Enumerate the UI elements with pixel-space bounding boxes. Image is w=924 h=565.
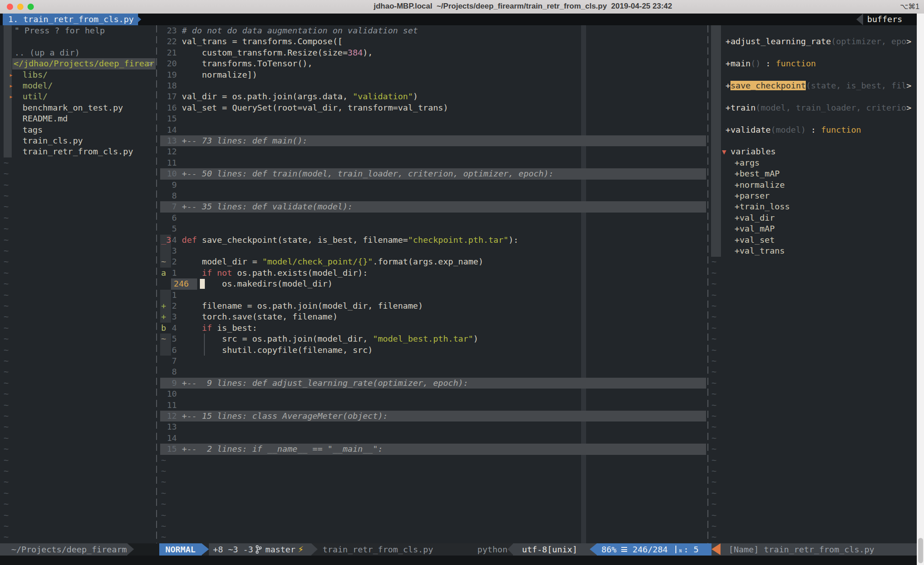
empty-line-tilde: ~ (711, 455, 716, 466)
tagbar-tag-item[interactable]: +best_mAP (709, 168, 917, 179)
nerdtree-file-item[interactable]: benchmark_on_test.py (0, 102, 156, 113)
text-segment (182, 323, 202, 333)
code-line[interactable]: _34def save_checkpoint(state, is_best, f… (160, 235, 707, 245)
code-line[interactable]: 7 (160, 356, 707, 366)
code-line[interactable]: ~5 src = os.path.join(model_dir, "model_… (160, 333, 707, 344)
empty-line-tilde: ~ (711, 378, 716, 389)
nerdtree-file-item[interactable]: README.md (0, 113, 156, 124)
fold-line[interactable]: 9+-- 9 lines: def adjust_learning_rate(o… (160, 378, 707, 389)
line-number: 15 (160, 113, 177, 124)
code-line[interactable]: 8 (160, 366, 707, 377)
scrollbar-thumb[interactable] (918, 538, 923, 563)
code-line[interactable]: 8 (160, 190, 707, 201)
code-line[interactable]: +2 filename = os.path.join(model_dir, fi… (160, 301, 707, 311)
minimize-button[interactable] (17, 4, 23, 10)
code-line[interactable]: 18 (160, 80, 707, 91)
tagbar-tag-item[interactable]: +val_dir (709, 213, 917, 223)
tagbar-kind-header[interactable]: ▼ variables (709, 146, 917, 157)
tagbar-tag-item[interactable]: +train(model, train_loader, criterio> (709, 102, 917, 113)
code-line[interactable]: 6 (160, 213, 707, 223)
code-line[interactable]: 1 (160, 290, 707, 301)
tab-train-retr-from-cls[interactable]: 1. train_retr_from_cls.py (3, 14, 138, 25)
code-line[interactable]: ~2 model_dir = "model/check_point/{}".fo… (160, 256, 707, 267)
empty-line-tilde: ~ (4, 499, 9, 509)
code-line[interactable]: 23# do not do data augmentation on valid… (160, 25, 707, 36)
fold-line[interactable]: 7+-- 35 lines: def validate(model): (160, 201, 707, 212)
code-line[interactable]: 5 (160, 223, 707, 234)
text-segment: os.path.exists(model_dir): (232, 268, 368, 278)
code-line[interactable]: 10 (160, 389, 707, 399)
line-number: 11 (160, 157, 177, 168)
code-line[interactable]: 3 (160, 245, 707, 256)
empty-line-tilde: ~ (4, 190, 9, 201)
line-number: 2 (160, 301, 177, 311)
window-shortcut-badge: ⌥⌘1 (900, 2, 919, 11)
close-button[interactable] (7, 4, 13, 10)
nerdtree-dir-item[interactable]: ▸util/ (0, 91, 156, 102)
item-label: util/ (23, 91, 48, 102)
fold-line[interactable]: 15+-- 2 lines: if __name__ == "__main__"… (160, 444, 707, 454)
code-line[interactable]: 12 (160, 146, 707, 157)
buffers-label[interactable]: buffers (867, 14, 902, 25)
powerline-separator-icon (134, 14, 141, 25)
tagbar-tag-item[interactable]: +adjust_learning_rate(optimizer, epo> (709, 36, 917, 47)
code-line[interactable]: 19 normalize]) (160, 69, 707, 80)
line-number: 3 (160, 311, 177, 322)
lines-icon (621, 547, 627, 552)
text-segment: +val_set (735, 235, 775, 245)
nerdtree-file-item[interactable]: train_cls.py (0, 135, 156, 146)
tagbar-tag-item[interactable]: +main() : function (709, 58, 917, 69)
powerline-separator-icon (311, 543, 318, 555)
fold-line[interactable]: 12+-- 15 lines: class AverageMeter(objec… (160, 411, 707, 421)
text-segment: is_best: (212, 323, 257, 333)
line-number: 23 (160, 25, 177, 36)
code-line[interactable]: 9 (160, 180, 707, 190)
nerdtree-root[interactable]: </jdhao/Projects/deep_firear> (0, 58, 156, 69)
tag-label: +adjust_learning_rate(optimizer, epo> (725, 36, 911, 47)
line-number: 15 (160, 444, 177, 454)
code-line[interactable]: 11 (160, 157, 707, 168)
code-line[interactable]: 14 (160, 125, 707, 135)
code-line[interactable]: 14 (160, 433, 707, 444)
code-line[interactable]: 16val_set = QuerySet(root=val_dir, trans… (160, 102, 707, 113)
cursor-position: 246/284 (633, 543, 668, 556)
nerdtree-dir-item[interactable]: ▸libs/ (0, 69, 156, 80)
tagbar-tag-item[interactable]: +val_set (709, 235, 917, 245)
empty-line-tilde: ~ (711, 521, 716, 532)
code-line[interactable]: 246 os.makedirs(model_dir) (160, 278, 707, 289)
zoom-button[interactable] (28, 4, 34, 10)
tagbar-tag-item[interactable]: +val_mAP (709, 223, 917, 234)
tagbar-tag-item[interactable]: +save_checkpoint(state, is_best, fil> (709, 80, 917, 91)
code-line[interactable]: 21 custom_transform.Resize(size=384), (160, 47, 707, 58)
fold-line[interactable]: 10+-- 50 lines: def train(model, train_l… (160, 168, 707, 179)
tagbar-tag-item[interactable]: +train_loss (709, 201, 917, 212)
code-line[interactable]: 17val_dir = os.path.join(args.data, "val… (160, 91, 707, 102)
tagbar-tag-item[interactable]: +normalize (709, 180, 917, 190)
nerdtree-file-item[interactable]: train_retr_from_cls.py (0, 146, 156, 157)
empty-line-tilde: ~ (4, 433, 9, 444)
nerdtree-file-item[interactable]: tags (0, 125, 156, 135)
tagbar-tag-item[interactable]: +val_trans (709, 245, 917, 256)
line-number: 4 (160, 235, 177, 245)
tag-label: +train(model, train_loader, criterio> (725, 102, 911, 113)
code-line[interactable]: b4 if is_best: (160, 323, 707, 333)
empty-line-tilde: ~ (711, 389, 716, 399)
cursor-column: : 5 (684, 543, 698, 556)
code-line[interactable]: 22val_trans = transforms.Compose([ (160, 36, 707, 47)
text-segment: shutil.copyfile(filename, src) (182, 345, 373, 355)
tagbar-tag-item[interactable]: +parser (709, 190, 917, 201)
line-number: 17 (160, 91, 177, 102)
tagbar-tag-item[interactable]: +validate(model) : function (709, 125, 917, 135)
code-line[interactable]: 20 transforms.ToTensor(), (160, 58, 707, 69)
tagbar-tag-item[interactable]: +args (709, 157, 917, 168)
item-label: .. (up a dir) (14, 47, 80, 58)
fold-line[interactable]: 13+-- 73 lines: def main(): (160, 135, 707, 146)
code-line[interactable]: 6 shutil.copyfile(filename, src) (160, 345, 707, 356)
code-line[interactable]: 13 (160, 421, 707, 432)
code-line[interactable]: a1 if not os.path.exists(model_dir): (160, 268, 707, 278)
code-line[interactable]: +3 torch.save(state, filename) (160, 311, 707, 322)
text-segment: torch.save(state, filename) (182, 312, 337, 321)
code-line[interactable]: 11 (160, 400, 707, 411)
nerdtree-dir-item[interactable]: ▸model/ (0, 80, 156, 91)
code-line[interactable]: 15 (160, 113, 707, 124)
